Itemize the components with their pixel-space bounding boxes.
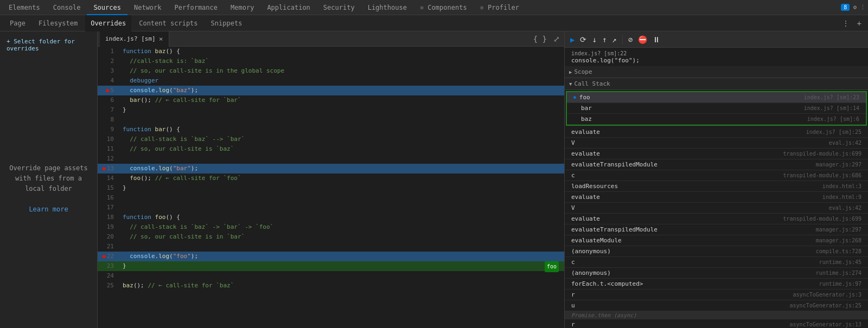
code-line-22: ●22 console.log("foo");: [98, 252, 564, 261]
code-line-10: 10 // call-stack is `baz` --> `bar`: [98, 134, 564, 144]
file-tab-bar: index.js? [sm] × { } ⤢: [98, 31, 564, 47]
call-stack-section-header[interactable]: ▼ Call Stack: [565, 78, 868, 90]
code-line-4: 4 debugger: [98, 76, 564, 86]
call-stack-frame-c-1[interactable]: c transpiled-module.js:686: [565, 170, 868, 181]
tab-page[interactable]: Page: [4, 15, 31, 31]
tab-memory[interactable]: Memory: [224, 0, 260, 15]
tab-snippets[interactable]: Snippets: [206, 15, 248, 31]
second-bar: Page Filesystem Overrides Content script…: [0, 15, 868, 31]
file-tab-close-icon[interactable]: ×: [159, 35, 163, 43]
tab-filesystem[interactable]: Filesystem: [33, 15, 83, 31]
add-folder-button[interactable]: + Select folder for overrides: [7, 38, 91, 52]
tab-application[interactable]: Application: [260, 0, 316, 15]
async-separator-1: Promise.then (async): [565, 311, 868, 319]
call-stack-frame-evaluate-4[interactable]: evaluate transpiled-module.js:699: [565, 214, 868, 224]
override-info-text: Override page assets with files from a l…: [7, 163, 91, 195]
call-stack-frame-v-1[interactable]: V eval.js:42: [565, 138, 868, 149]
file-tab-index-js[interactable]: index.js? [sm] ×: [100, 31, 169, 47]
issues-badge[interactable]: 8: [841, 4, 850, 11]
file-tab-name: index.js? [sm]: [105, 35, 156, 42]
top-tab-bar: Elements Console Sources Network Perform…: [0, 0, 868, 15]
call-stack-frame-baz[interactable]: baz index.js? [sm]:6: [567, 114, 866, 125]
tab-security[interactable]: Security: [317, 0, 361, 15]
code-line-5: ●5 console.log("baz");: [98, 86, 564, 95]
top-bar-right: 8 ⚙ ⋮: [841, 4, 866, 11]
call-stack-frame-u-1[interactable]: u asyncToGenerator.js:25: [565, 300, 868, 311]
call-stack-frame-foo[interactable]: ● foo index.js? [sm]:23: [567, 92, 866, 103]
call-stack-frame-evaluate-2[interactable]: evaluate transpiled-module.js:699: [565, 149, 868, 159]
resume-icon[interactable]: ▶: [569, 34, 576, 45]
code-line-13: ●13 console.log("bar");: [98, 164, 564, 173]
step-out-icon[interactable]: ↑: [601, 34, 608, 45]
tab-components[interactable]: ⚛ Components: [413, 0, 474, 15]
call-stack-frame-c-2[interactable]: c runtime.js:45: [565, 257, 868, 268]
code-line-7: 7 }: [98, 105, 564, 115]
tab-sources[interactable]: Sources: [87, 0, 127, 15]
step-icon[interactable]: ↗: [611, 34, 617, 45]
call-stack-frame-evaluatemodule[interactable]: evaluateModule manager.js:268: [565, 235, 868, 246]
call-stack-frame-anonymous-1[interactable]: (anonymous) compile.ts:728: [565, 246, 868, 257]
call-stack-frame-bar[interactable]: bar index.js? [sm]:14: [567, 103, 866, 114]
active-frame-dot-icon: ●: [573, 95, 576, 100]
code-line-23: 23 } foo: [98, 261, 564, 271]
call-stack-area: index.js? [sm]:22 console.log("foo"); ▶ …: [565, 48, 868, 328]
pause-icon[interactable]: ⏸: [652, 34, 661, 45]
tab-console[interactable]: Console: [47, 0, 87, 15]
call-stack-frame-foreach[interactable]: forEach.t.<computed> runtime.js:97: [565, 279, 868, 290]
learn-more-link[interactable]: Learn more: [29, 204, 68, 215]
expand-icon[interactable]: ⤢: [551, 34, 562, 44]
scope-label: Scope: [574, 68, 592, 75]
console-code: console.log("foo");: [571, 57, 640, 64]
tab-elements[interactable]: Elements: [2, 0, 47, 15]
tab-network[interactable]: Network: [127, 0, 168, 15]
code-line-8: 8: [98, 115, 564, 125]
step-into-icon[interactable]: ↓: [591, 34, 597, 45]
call-stack-label: Call Stack: [574, 80, 610, 87]
override-info: Override page assets with files from a l…: [7, 56, 91, 321]
paused-tag: foo: [545, 261, 559, 272]
middle-panel: index.js? [sm] × { } ⤢ 1 function baz() …: [98, 31, 564, 328]
more-icon[interactable]: ⋮: [860, 4, 866, 11]
scope-triangle-icon: ▶: [569, 69, 572, 75]
code-line-21: 21: [98, 242, 564, 252]
file-ref-label: index.js? [sm]:22: [571, 50, 627, 56]
code-line-14: 14 foo(); // ← call-site for `foo`: [98, 173, 564, 183]
code-area: 1 function baz() { 2 //call-stack is: `b…: [98, 47, 564, 328]
tab-performance[interactable]: Performance: [168, 0, 224, 15]
code-line-17: 17: [98, 203, 564, 213]
main-layout: + Select folder for overrides Override p…: [0, 31, 868, 328]
debugger-toolbar: ▶ ⟳ ↓ ↑ ↗ ⊘ ⛔ ⏸: [565, 31, 868, 48]
code-line-11: 11 // so, our call-site is `baz`: [98, 144, 564, 154]
call-stack-frame-loadresources[interactable]: loadResources index.html:3: [565, 181, 868, 192]
code-line-15: 15 }: [98, 183, 564, 193]
tab-lighthouse[interactable]: Lighthouse: [361, 0, 413, 15]
code-line-9: 9 function bar() {: [98, 125, 564, 134]
call-stack-frame-evaluatetranspiled-2[interactable]: evaluateTranspiledModule manager.js:297: [565, 224, 868, 235]
step-over-icon[interactable]: ⟳: [579, 34, 588, 45]
code-line-1: 1 function baz() {: [98, 47, 564, 56]
code-line-6: 6 bar(); // ← call-site for `bar`: [98, 95, 564, 105]
tab-profiler[interactable]: ⚛ Profiler: [474, 0, 526, 15]
call-stack-frame-evaluate-3[interactable]: evaluate index.html:9: [565, 192, 868, 203]
tab-overrides[interactable]: Overrides: [85, 15, 131, 31]
more-options-icon[interactable]: ⋮: [840, 18, 852, 29]
call-stack-frame-evaluate-1[interactable]: evaluate index.js? [sm]:25: [565, 127, 868, 138]
call-stack-frame-v-2[interactable]: V eval.js:42: [565, 203, 868, 214]
call-stack-frame-r-1[interactable]: r asyncToGenerator.js:3: [565, 290, 868, 300]
settings-icon[interactable]: ⚙: [853, 4, 857, 11]
scope-section-header[interactable]: ▶ Scope: [565, 66, 868, 78]
call-stack-frame-evaluatetranspiled-1[interactable]: evaluateTranspiledModule manager.js:297: [565, 159, 868, 170]
code-line-25: 25 baz(); // ← call-site for `baz`: [98, 281, 564, 291]
call-stack-frame-r-2[interactable]: r asyncToGenerator.js:13: [565, 319, 868, 328]
new-file-icon[interactable]: +: [855, 18, 864, 29]
file-tab-toolbar: { } ⤢: [531, 34, 562, 44]
format-icon[interactable]: { }: [531, 34, 549, 44]
deactivate-breakpoints-icon[interactable]: ⊘: [627, 34, 634, 45]
code-line-3: 3 // so, our call-site is in the global …: [98, 66, 564, 76]
tab-content-scripts[interactable]: Content scripts: [133, 15, 203, 31]
call-stack-frame-anonymous-2[interactable]: (anonymous) runtime.js:274: [565, 268, 868, 279]
pause-on-exceptions-icon[interactable]: ⛔: [637, 34, 648, 45]
right-panel: ▶ ⟳ ↓ ↑ ↗ ⊘ ⛔ ⏸ index.js? [sm]:22 consol…: [564, 31, 868, 328]
code-line-24: 24: [98, 271, 564, 281]
code-line-20: 20 // so, our call-site is in `bar`: [98, 232, 564, 242]
